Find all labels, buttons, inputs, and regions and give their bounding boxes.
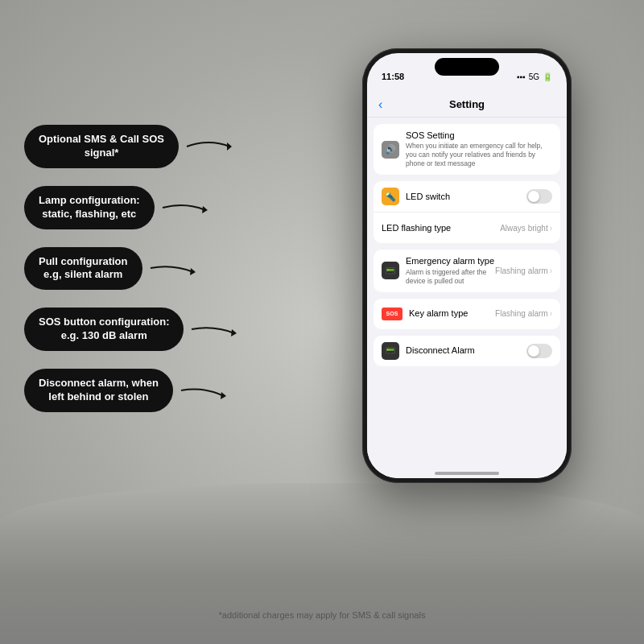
- status-time: 11:58: [382, 72, 404, 81]
- callout-item-sos-button: SOS button configuration:e.g. 130 dB ala…: [24, 308, 238, 351]
- disconnect-alarm-card: 📟 Disconnect Alarm: [374, 336, 560, 366]
- disconnect-alarm-row[interactable]: 📟 Disconnect Alarm: [374, 336, 560, 366]
- battery-icon: 🔋: [543, 72, 552, 81]
- screen-content: ‹ Setting 🔊 SOS Setting When you initiat…: [367, 92, 567, 478]
- led-type-chevron: ›: [550, 224, 552, 233]
- svg-marker-1: [202, 206, 208, 213]
- callout-pill-sos-signal: Optional SMS & Call SOSsignal*: [24, 125, 179, 168]
- phone-screen: 11:58 ▪▪▪ 5G 🔋 ‹ Setting: [367, 53, 567, 478]
- disconnect-device-icon: 📟: [382, 342, 399, 360]
- key-alarm-chevron: ›: [550, 309, 552, 318]
- callout-pill-lamp: Lamp configuration:static, flashing, etc: [24, 186, 155, 229]
- sos-badge-icon: SOS: [382, 308, 402, 320]
- key-alarm-row[interactable]: SOS Key alarm type Flashing alarm ›: [374, 299, 560, 329]
- led-type-title: LED flashing type: [382, 223, 500, 233]
- led-type-row[interactable]: LED flashing type Always bright ›: [374, 213, 560, 243]
- sos-setting-row[interactable]: 🔊 SOS Setting When you initiate an emerg…: [374, 124, 560, 175]
- led-toggle[interactable]: [526, 189, 552, 204]
- stone-base: [0, 483, 644, 644]
- signal-icon: ▪▪▪: [517, 72, 526, 81]
- callout-item-lamp: Lamp configuration:static, flashing, etc: [24, 186, 238, 229]
- disconnect-alarm-title: Disconnect Alarm: [406, 345, 526, 356]
- callout-pill-pull: Pull configuratione.g, silent alarm: [24, 247, 142, 291]
- led-card: 🔦 LED switch LED flashing type Alwa: [374, 181, 560, 243]
- arrow-sos-signal-icon: [185, 134, 233, 159]
- led-type-value: Always bright ›: [500, 224, 552, 233]
- callout-item-pull: Pull configuratione.g, silent alarm: [24, 247, 238, 291]
- sos-setting-card: 🔊 SOS Setting When you initiate an emerg…: [374, 124, 560, 175]
- led-switch-title: LED switch: [406, 192, 526, 202]
- led-type-text: LED flashing type: [382, 223, 500, 233]
- key-alarm-value: Flashing alarm ›: [495, 309, 552, 318]
- nav-back-button[interactable]: ‹: [378, 97, 382, 112]
- arrow-disconnect-icon: [180, 378, 228, 402]
- emergency-chevron: ›: [550, 266, 552, 275]
- key-alarm-text: Key alarm type: [409, 308, 495, 319]
- disconnect-toggle[interactable]: [526, 344, 552, 358]
- emergency-card: 📟 Emergency alarm type Alarm is triggere…: [374, 250, 560, 291]
- arrow-pull-icon: [149, 256, 197, 280]
- arrow-lamp-icon: [161, 196, 209, 220]
- settings-list: 🔊 SOS Setting When you initiate an emerg…: [367, 124, 567, 366]
- emergency-alarm-title: Emergency alarm type: [406, 256, 495, 266]
- callout-item-disconnect: Disconnect alarm, whenleft behind or sto…: [24, 369, 238, 412]
- svg-marker-4: [221, 392, 226, 399]
- home-indicator: [435, 472, 499, 475]
- flashlight-icon: 🔦: [382, 188, 399, 205]
- sos-speaker-icon: 🔊: [382, 141, 399, 159]
- sos-setting-title: SOS Setting: [406, 130, 552, 141]
- callouts-container: Optional SMS & Call SOSsignal* Lamp conf…: [24, 125, 238, 412]
- emergency-alarm-value: Flashing alarm ›: [495, 266, 552, 275]
- emergency-alarm-subtitle: Alarm is triggered after the device is p…: [406, 268, 495, 286]
- status-icons: ▪▪▪ 5G 🔋: [517, 72, 552, 81]
- key-alarm-title: Key alarm type: [409, 308, 495, 319]
- phone-body: 11:58 ▪▪▪ 5G 🔋 ‹ Setting: [362, 48, 572, 483]
- arrow-sos-button-icon: [190, 317, 238, 341]
- svg-marker-2: [190, 268, 196, 275]
- callout-item-sos-signal: Optional SMS & Call SOSsignal*: [24, 125, 238, 168]
- phone-container: 11:58 ▪▪▪ 5G 🔋 ‹ Setting: [362, 48, 572, 483]
- dynamic-island: [435, 58, 499, 76]
- callout-pill-disconnect: Disconnect alarm, whenleft behind or sto…: [24, 369, 173, 412]
- nav-bar: ‹ Setting: [367, 92, 567, 118]
- sos-setting-subtitle: When you initiate an emergency call for …: [406, 142, 552, 168]
- footer-note: *additional charges may apply for SMS & …: [0, 610, 644, 620]
- sos-setting-text: SOS Setting When you initiate an emergen…: [406, 130, 552, 168]
- network-type: 5G: [529, 72, 539, 81]
- svg-marker-0: [227, 142, 232, 151]
- svg-marker-3: [231, 329, 237, 336]
- callout-pill-sos-button: SOS button configuration:e.g. 130 dB ala…: [24, 308, 184, 351]
- nav-title: Setting: [449, 98, 485, 110]
- emergency-alarm-row[interactable]: 📟 Emergency alarm type Alarm is triggere…: [374, 250, 560, 291]
- disconnect-alarm-text: Disconnect Alarm: [406, 345, 526, 356]
- led-switch-row[interactable]: 🔦 LED switch: [374, 181, 560, 213]
- emergency-device-icon: 📟: [382, 262, 399, 279]
- emergency-alarm-text: Emergency alarm type Alarm is triggered …: [406, 256, 495, 285]
- led-switch-text: LED switch: [406, 192, 526, 202]
- key-alarm-card: SOS Key alarm type Flashing alarm ›: [374, 299, 560, 329]
